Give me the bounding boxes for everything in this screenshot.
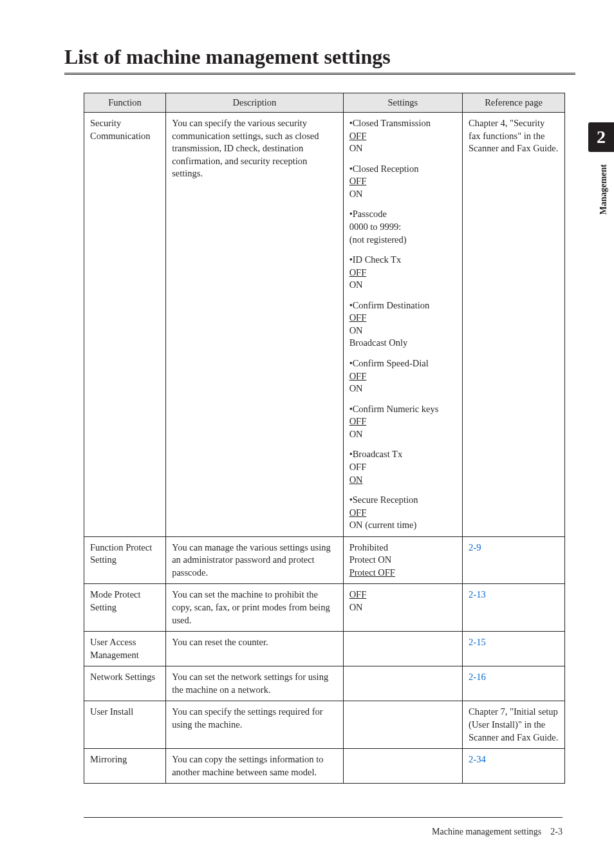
setting-option: Broadcast Only [349, 337, 456, 350]
header-function: Function [84, 93, 166, 113]
table-row: User Access Management You can reset the… [84, 632, 565, 666]
setting-option: OFF [349, 130, 456, 143]
reference-link[interactable]: 2-16 [469, 672, 486, 682]
cell-function: Mirroring [84, 749, 166, 784]
cell-description: You can set the machine to prohibit the … [166, 584, 343, 632]
cell-description: You can reset the counter. [166, 632, 343, 666]
setting-group: •Broadcast TxOFFON [349, 448, 456, 486]
setting-name: •Secure Reception [349, 494, 456, 507]
table-row: User Install You can specify the setting… [84, 701, 565, 749]
cell-description: You can specify the various security com… [166, 113, 343, 537]
setting-name: •Confirm Destination [349, 299, 456, 312]
setting-option: ON [349, 474, 456, 487]
setting-group: •Confirm Numeric keysOFFON [349, 403, 456, 441]
setting-option: OFF [349, 312, 456, 325]
setting-option: OFF [349, 415, 456, 428]
setting-name: •Closed Reception [349, 163, 456, 176]
setting-group: •Secure ReceptionOFFON (current time) [349, 494, 456, 532]
setting-option: ON [349, 188, 456, 201]
setting-option: (not registered) [349, 234, 456, 247]
cell-reference[interactable]: 2-16 [463, 666, 565, 701]
cell-settings [343, 749, 462, 784]
setting-option: OFF [349, 370, 456, 383]
setting-option: 0000 to 9999: [349, 221, 456, 234]
settings-table: Function Description Settings Reference … [84, 93, 565, 784]
cell-settings: ProhibitedProtect ONProtect OFF [343, 536, 462, 584]
setting-name: •ID Check Tx [349, 254, 456, 267]
setting-name: •Closed Transmission [349, 117, 456, 130]
cell-settings [343, 666, 462, 701]
table-row: Mode Protect Setting You can set the mac… [84, 584, 565, 632]
table-row: Network Settings You can set the network… [84, 666, 565, 701]
setting-name: •Passcode [349, 208, 456, 221]
cell-settings [343, 701, 462, 749]
setting-option: ON [349, 279, 456, 292]
header-description: Description [166, 93, 343, 113]
setting-option: Prohibited [349, 542, 456, 554]
cell-function: Function Protect Setting [84, 536, 166, 584]
cell-reference[interactable]: 2-13 [463, 584, 565, 632]
setting-option: OFF [349, 175, 456, 188]
cell-description: You can specify the settings required fo… [166, 701, 343, 749]
reference-link[interactable]: 2-9 [469, 542, 481, 552]
setting-name: •Confirm Speed-Dial [349, 357, 456, 370]
cell-function: Mode Protect Setting [84, 584, 166, 632]
cell-description: You can set the network settings for usi… [166, 666, 343, 701]
setting-option: OFF [349, 507, 456, 520]
page-title: List of machine management settings [64, 45, 575, 75]
setting-name: •Broadcast Tx [349, 448, 456, 461]
setting-option: OFF [349, 589, 456, 601]
page: List of machine management settings 2 Ma… [0, 0, 614, 868]
cell-settings: •Closed TransmissionOFFON•Closed Recepti… [343, 113, 462, 537]
setting-group: •Confirm Speed-DialOFFON [349, 357, 456, 395]
setting-option: OFF [349, 267, 456, 279]
cell-reference: Chapter 4, "Security fax functions" in t… [463, 113, 565, 537]
reference-link[interactable]: 2-13 [469, 589, 486, 599]
table-row: Security Communication You can specify t… [84, 113, 565, 537]
setting-option: ON [349, 382, 456, 395]
setting-option: ON [349, 325, 456, 337]
header-settings: Settings [343, 93, 462, 113]
cell-description: You can manage the various settings usin… [166, 536, 343, 584]
setting-option: Protect ON [349, 554, 456, 567]
header-reference: Reference page [463, 93, 565, 113]
cell-settings: OFFON [343, 584, 462, 632]
chapter-tab: 2 [588, 122, 614, 152]
cell-reference[interactable]: 2-9 [463, 536, 565, 584]
cell-function: User Access Management [84, 632, 166, 666]
cell-reference[interactable]: 2-15 [463, 632, 565, 666]
footer: Machine management settings 2-3 [432, 827, 563, 837]
setting-name: •Confirm Numeric keys [349, 403, 456, 416]
footer-text: Machine management settings [432, 827, 541, 836]
setting-group: •Confirm DestinationOFFONBroadcast Only [349, 299, 456, 350]
cell-description: You can copy the settings information to… [166, 749, 343, 784]
reference-link[interactable]: 2-15 [469, 637, 486, 647]
table-row: Function Protect Setting You can manage … [84, 536, 565, 584]
cell-function: Network Settings [84, 666, 166, 701]
reference-link[interactable]: 2-34 [469, 754, 486, 764]
footer-page: 2-3 [550, 827, 563, 836]
chapter-side-label: Management [599, 164, 609, 215]
table-row: Mirroring You can copy the settings info… [84, 749, 565, 784]
cell-reference: Chapter 7, "Initial setup (User Install)… [463, 701, 565, 749]
setting-group: •Passcode0000 to 9999:(not registered) [349, 208, 456, 246]
table-header-row: Function Description Settings Reference … [84, 93, 565, 113]
setting-option: ON [349, 428, 456, 441]
setting-group: •ID Check TxOFFON [349, 254, 456, 292]
footer-rule [84, 817, 563, 818]
cell-function: Security Communication [84, 113, 166, 537]
cell-reference[interactable]: 2-34 [463, 749, 565, 784]
setting-option: ON [349, 601, 456, 614]
setting-group: •Closed ReceptionOFFON [349, 163, 456, 201]
setting-option: OFF [349, 461, 456, 474]
cell-function: User Install [84, 701, 166, 749]
setting-option: Protect OFF [349, 567, 456, 580]
setting-option: ON (current time) [349, 519, 456, 532]
setting-option: ON [349, 142, 456, 155]
setting-group: •Closed TransmissionOFFON [349, 117, 456, 155]
cell-settings [343, 632, 462, 666]
